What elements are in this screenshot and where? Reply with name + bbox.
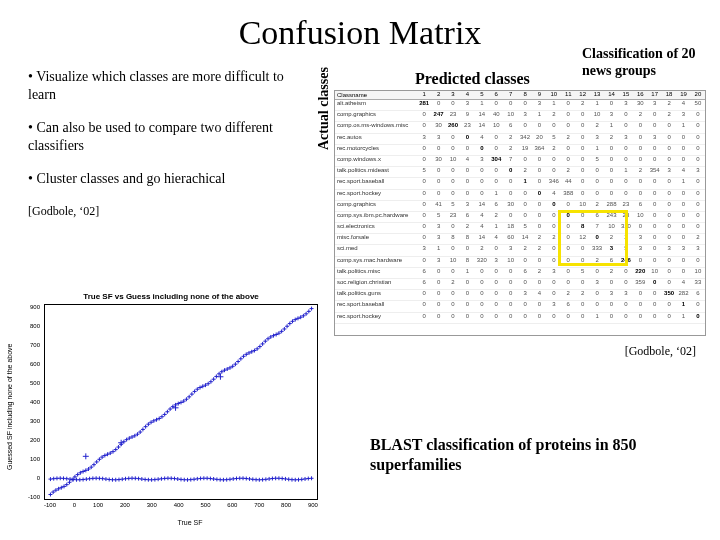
matrix-cell: 342 bbox=[518, 134, 532, 144]
matrix-cell: 0 bbox=[619, 279, 633, 289]
matrix-cell: 0 bbox=[662, 257, 676, 267]
matrix-cell: 0 bbox=[648, 223, 662, 233]
scatter-xtick: 300 bbox=[147, 502, 157, 508]
matrix-row: rec.sport.hockey00000000000010000010 bbox=[335, 313, 705, 324]
matrix-cell: 0 bbox=[417, 212, 431, 222]
matrix-cell: 1 bbox=[460, 268, 474, 278]
matrix-cell: 0 bbox=[619, 301, 633, 311]
matrix-cell: 0 bbox=[575, 134, 589, 144]
matrix-cell: 0 bbox=[662, 223, 676, 233]
matrix-cell: 0 bbox=[691, 134, 705, 144]
matrix-cell: 0 bbox=[446, 313, 460, 323]
matrix-cell: 0 bbox=[662, 156, 676, 166]
matrix-cell: 0 bbox=[532, 212, 546, 222]
matrix-cell: 0 bbox=[676, 156, 690, 166]
matrix-cell: 0 bbox=[460, 290, 474, 300]
matrix-cell: 2 bbox=[532, 245, 546, 255]
matrix-cell: 0 bbox=[503, 313, 517, 323]
matrix-cell: 0 bbox=[619, 178, 633, 188]
matrix-cell: 14 bbox=[475, 201, 489, 211]
matrix-cell: 0 bbox=[575, 122, 589, 132]
matrix-cell: 0 bbox=[489, 268, 503, 278]
scatter-xlabel: True SF bbox=[44, 519, 336, 526]
matrix-cell: 0 bbox=[648, 145, 662, 155]
matrix-cell: 2 bbox=[518, 167, 532, 177]
matrix-cell: 0 bbox=[648, 201, 662, 211]
matrix-cell: 6 bbox=[417, 279, 431, 289]
scatter-ytick: 900 bbox=[30, 304, 40, 310]
matrix-row-label: comp.graphics bbox=[335, 201, 417, 211]
matrix-cell: 0 bbox=[575, 156, 589, 166]
matrix-cell: 1 bbox=[590, 313, 604, 323]
matrix-cell: 0 bbox=[662, 301, 676, 311]
matrix-cell: 0 bbox=[503, 212, 517, 222]
matrix-cell: 0 bbox=[561, 268, 575, 278]
matrix-cell: 0 bbox=[547, 279, 561, 289]
matrix-cell: 0 bbox=[691, 201, 705, 211]
matrix-cell: 0 bbox=[446, 223, 460, 233]
matrix-cell: 0 bbox=[431, 190, 445, 200]
scatter-ylabel: Guessed SF including none of the above bbox=[6, 344, 13, 470]
matrix-cell: 9 bbox=[460, 111, 474, 121]
matrix-cell: 388 bbox=[561, 190, 575, 200]
matrix-cell: 6 bbox=[691, 290, 705, 300]
scatter-xtick: 900 bbox=[308, 502, 318, 508]
matrix-cell: 0 bbox=[532, 223, 546, 233]
matrix-cell: 1 bbox=[489, 190, 503, 200]
matrix-cell: 0 bbox=[446, 245, 460, 255]
matrix-cell: 6 bbox=[561, 301, 575, 311]
scatter-ytick: 0 bbox=[37, 475, 40, 481]
matrix-cell: 0 bbox=[475, 290, 489, 300]
matrix-cell: 354 bbox=[648, 167, 662, 177]
matrix-cell: 2 bbox=[518, 245, 532, 255]
matrix-cell: 0 bbox=[475, 301, 489, 311]
matrix-col-header: 8 bbox=[518, 91, 532, 99]
matrix-cell: 3 bbox=[691, 167, 705, 177]
matrix-cell: 0 bbox=[662, 268, 676, 278]
matrix-cell: 0 bbox=[575, 111, 589, 121]
matrix-cell: 0 bbox=[417, 145, 431, 155]
actual-classes-label: Actual classes bbox=[316, 67, 332, 150]
scatter-xtick: -100 bbox=[44, 502, 56, 508]
matrix-cell: 10 bbox=[446, 156, 460, 166]
matrix-cell: 0 bbox=[619, 145, 633, 155]
matrix-row-label: soc.religion.christian bbox=[335, 279, 417, 289]
matrix-row-label: comp.sys.ibm.pc.hardware bbox=[335, 212, 417, 222]
matrix-cell: 0 bbox=[691, 223, 705, 233]
matrix-cell: 0 bbox=[532, 301, 546, 311]
matrix-cell: 0 bbox=[648, 279, 662, 289]
matrix-cell: 0 bbox=[561, 145, 575, 155]
matrix-cell: 0 bbox=[431, 178, 445, 188]
matrix-cell: 10 bbox=[691, 268, 705, 278]
matrix-cell: 1 bbox=[676, 313, 690, 323]
matrix-cell: 0 bbox=[489, 134, 503, 144]
matrix-cell: 0 bbox=[475, 178, 489, 188]
matrix-cell: 220 bbox=[633, 268, 647, 278]
matrix-cell: 0 bbox=[532, 257, 546, 267]
matrix-cell: 14 bbox=[475, 111, 489, 121]
matrix-cell: 0 bbox=[518, 279, 532, 289]
matrix-cell: 0 bbox=[489, 100, 503, 110]
matrix-cell: 3 bbox=[633, 245, 647, 255]
matrix-cell: 0 bbox=[619, 156, 633, 166]
scatter-diagonal-icon bbox=[45, 305, 317, 499]
matrix-cell: 14 bbox=[475, 122, 489, 132]
matrix-cell: 3 bbox=[662, 167, 676, 177]
matrix-col-header: 9 bbox=[532, 91, 546, 99]
matrix-cell: 3 bbox=[648, 100, 662, 110]
matrix-cell: 0 bbox=[503, 100, 517, 110]
matrix-cell: 3 bbox=[431, 134, 445, 144]
matrix-cell: 260 bbox=[446, 122, 460, 132]
matrix-cell: 10 bbox=[489, 122, 503, 132]
matrix-cell: 2 bbox=[604, 134, 618, 144]
matrix-col-header: 11 bbox=[561, 91, 575, 99]
matrix-cell: 0 bbox=[648, 313, 662, 323]
matrix-cell: 3 bbox=[633, 234, 647, 244]
matrix-cell: 0 bbox=[532, 122, 546, 132]
matrix-cell: 0 bbox=[619, 111, 633, 121]
matrix-cell: 0 bbox=[575, 279, 589, 289]
matrix-cell: 0 bbox=[460, 245, 474, 255]
matrix-cell: 247 bbox=[431, 111, 445, 121]
matrix-cell: 7 bbox=[503, 156, 517, 166]
matrix-cell: 0 bbox=[431, 167, 445, 177]
